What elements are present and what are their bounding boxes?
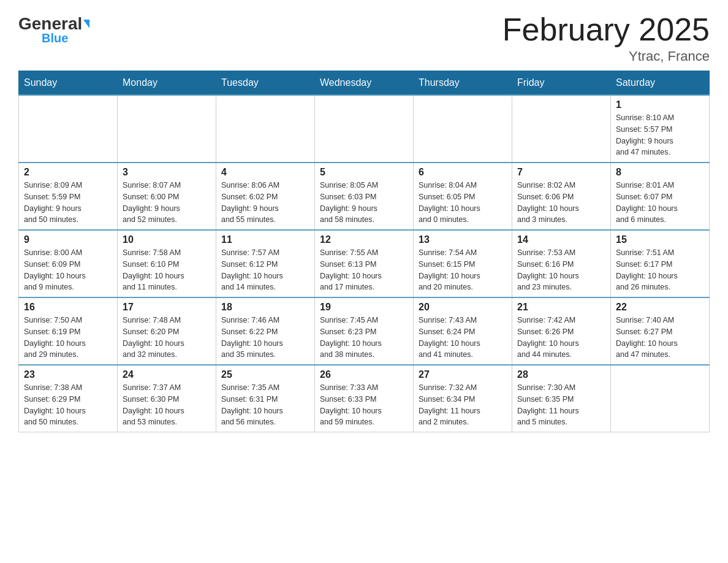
calendar-day-cell: 14Sunrise: 7:53 AMSunset: 6:16 PMDayligh… (512, 230, 611, 297)
day-number: 26 (320, 369, 408, 380)
day-of-week-header: Saturday (611, 71, 710, 96)
day-info: Sunrise: 8:10 AMSunset: 5:57 PMDaylight:… (616, 112, 704, 158)
day-info: Sunrise: 7:43 AMSunset: 6:24 PMDaylight:… (419, 315, 507, 361)
calendar-week-row: 1Sunrise: 8:10 AMSunset: 5:57 PMDaylight… (19, 95, 710, 163)
calendar-day-cell: 9Sunrise: 8:00 AMSunset: 6:09 PMDaylight… (19, 230, 118, 297)
day-of-week-header: Friday (512, 71, 611, 96)
day-number: 27 (419, 369, 507, 380)
day-info: Sunrise: 7:50 AMSunset: 6:19 PMDaylight:… (24, 315, 112, 361)
calendar-day-cell: 16Sunrise: 7:50 AMSunset: 6:19 PMDayligh… (19, 297, 118, 365)
day-number: 12 (320, 234, 408, 245)
month-title: February 2025 (502, 12, 710, 47)
day-number: 10 (123, 234, 211, 245)
day-info: Sunrise: 7:46 AMSunset: 6:22 PMDaylight:… (221, 315, 309, 361)
calendar-day-cell: 7Sunrise: 8:02 AMSunset: 6:06 PMDaylight… (512, 163, 611, 230)
day-number: 15 (616, 234, 704, 245)
day-number: 20 (419, 302, 507, 313)
day-number: 8 (616, 167, 704, 178)
days-of-week-row: SundayMondayTuesdayWednesdayThursdayFrid… (19, 71, 710, 96)
day-info: Sunrise: 7:37 AMSunset: 6:30 PMDaylight:… (123, 382, 211, 428)
calendar-day-cell: 4Sunrise: 8:06 AMSunset: 6:02 PMDaylight… (216, 163, 315, 230)
day-number: 28 (517, 369, 605, 380)
day-info: Sunrise: 7:51 AMSunset: 6:17 PMDaylight:… (616, 247, 704, 293)
calendar-day-cell: 15Sunrise: 7:51 AMSunset: 6:17 PMDayligh… (611, 230, 710, 297)
day-number: 22 (616, 302, 704, 313)
day-number: 21 (517, 302, 605, 313)
day-info: Sunrise: 8:01 AMSunset: 6:07 PMDaylight:… (616, 180, 704, 226)
calendar-day-cell: 8Sunrise: 8:01 AMSunset: 6:07 PMDaylight… (611, 163, 710, 230)
day-info: Sunrise: 8:05 AMSunset: 6:03 PMDaylight:… (320, 180, 408, 226)
calendar-day-cell: 13Sunrise: 7:54 AMSunset: 6:15 PMDayligh… (414, 230, 512, 297)
logo-general-text: General (18, 15, 89, 33)
calendar-week-row: 9Sunrise: 8:00 AMSunset: 6:09 PMDaylight… (19, 230, 710, 297)
day-info: Sunrise: 7:48 AMSunset: 6:20 PMDaylight:… (123, 315, 211, 361)
calendar-day-cell (414, 95, 512, 163)
calendar-day-cell (216, 95, 315, 163)
calendar-day-cell (315, 95, 414, 163)
day-number: 24 (123, 369, 211, 380)
day-of-week-header: Monday (118, 71, 216, 96)
day-info: Sunrise: 7:40 AMSunset: 6:27 PMDaylight:… (616, 315, 704, 361)
calendar-day-cell: 3Sunrise: 8:07 AMSunset: 6:00 PMDaylight… (118, 163, 216, 230)
day-of-week-header: Sunday (19, 71, 118, 96)
calendar-day-cell: 17Sunrise: 7:48 AMSunset: 6:20 PMDayligh… (118, 297, 216, 365)
day-info: Sunrise: 7:55 AMSunset: 6:13 PMDaylight:… (320, 247, 408, 293)
calendar-week-row: 23Sunrise: 7:38 AMSunset: 6:29 PMDayligh… (19, 365, 710, 432)
calendar-day-cell: 12Sunrise: 7:55 AMSunset: 6:13 PMDayligh… (315, 230, 414, 297)
calendar-week-row: 16Sunrise: 7:50 AMSunset: 6:19 PMDayligh… (19, 297, 710, 365)
day-of-week-header: Thursday (414, 71, 512, 96)
day-number: 13 (419, 234, 507, 245)
calendar-day-cell: 27Sunrise: 7:32 AMSunset: 6:34 PMDayligh… (414, 365, 512, 432)
day-info: Sunrise: 8:02 AMSunset: 6:06 PMDaylight:… (517, 180, 605, 226)
calendar-table: SundayMondayTuesdayWednesdayThursdayFrid… (18, 71, 710, 432)
calendar-day-cell: 10Sunrise: 7:58 AMSunset: 6:10 PMDayligh… (118, 230, 216, 297)
day-number: 7 (517, 167, 605, 178)
day-number: 25 (221, 369, 309, 380)
day-number: 17 (123, 302, 211, 313)
day-info: Sunrise: 7:54 AMSunset: 6:15 PMDaylight:… (419, 247, 507, 293)
day-info: Sunrise: 7:53 AMSunset: 6:16 PMDaylight:… (517, 247, 605, 293)
day-number: 19 (320, 302, 408, 313)
day-of-week-header: Tuesday (216, 71, 315, 96)
logo-blue-text: Blue (42, 31, 68, 45)
day-number: 6 (419, 167, 507, 178)
calendar-day-cell: 19Sunrise: 7:45 AMSunset: 6:23 PMDayligh… (315, 297, 414, 365)
calendar-day-cell (118, 95, 216, 163)
calendar-day-cell (512, 95, 611, 163)
calendar-week-row: 2Sunrise: 8:09 AMSunset: 5:59 PMDaylight… (19, 163, 710, 230)
calendar-day-cell: 6Sunrise: 8:04 AMSunset: 6:05 PMDaylight… (414, 163, 512, 230)
day-number: 5 (320, 167, 408, 178)
day-info: Sunrise: 7:35 AMSunset: 6:31 PMDaylight:… (221, 382, 309, 428)
day-number: 3 (123, 167, 211, 178)
title-section: February 2025 Ytrac, France (502, 12, 710, 64)
day-info: Sunrise: 7:57 AMSunset: 6:12 PMDaylight:… (221, 247, 309, 293)
calendar-day-cell (19, 95, 118, 163)
day-number: 16 (24, 302, 112, 313)
day-number: 23 (24, 369, 112, 380)
day-info: Sunrise: 7:42 AMSunset: 6:26 PMDaylight:… (517, 315, 605, 361)
calendar-body: 1Sunrise: 8:10 AMSunset: 5:57 PMDaylight… (19, 95, 710, 432)
day-number: 2 (24, 167, 112, 178)
calendar-day-cell: 20Sunrise: 7:43 AMSunset: 6:24 PMDayligh… (414, 297, 512, 365)
day-info: Sunrise: 7:33 AMSunset: 6:33 PMDaylight:… (320, 382, 408, 428)
day-info: Sunrise: 7:45 AMSunset: 6:23 PMDaylight:… (320, 315, 408, 361)
calendar-day-cell: 18Sunrise: 7:46 AMSunset: 6:22 PMDayligh… (216, 297, 315, 365)
day-info: Sunrise: 8:00 AMSunset: 6:09 PMDaylight:… (24, 247, 112, 293)
calendar-day-cell: 11Sunrise: 7:57 AMSunset: 6:12 PMDayligh… (216, 230, 315, 297)
calendar-day-cell (611, 365, 710, 432)
day-info: Sunrise: 7:58 AMSunset: 6:10 PMDaylight:… (123, 247, 211, 293)
calendar-day-cell: 5Sunrise: 8:05 AMSunset: 6:03 PMDaylight… (315, 163, 414, 230)
day-info: Sunrise: 7:38 AMSunset: 6:29 PMDaylight:… (24, 382, 112, 428)
page-header: General Blue February 2025 Ytrac, France (18, 12, 710, 64)
day-number: 18 (221, 302, 309, 313)
calendar-day-cell: 28Sunrise: 7:30 AMSunset: 6:35 PMDayligh… (512, 365, 611, 432)
day-info: Sunrise: 7:32 AMSunset: 6:34 PMDaylight:… (419, 382, 507, 428)
day-number: 11 (221, 234, 309, 245)
location-text: Ytrac, France (502, 48, 710, 64)
day-number: 9 (24, 234, 112, 245)
day-info: Sunrise: 8:09 AMSunset: 5:59 PMDaylight:… (24, 180, 112, 226)
calendar-header: SundayMondayTuesdayWednesdayThursdayFrid… (19, 71, 710, 96)
day-info: Sunrise: 8:06 AMSunset: 6:02 PMDaylight:… (221, 180, 309, 226)
logo-triangle-icon (83, 20, 89, 28)
calendar-day-cell: 26Sunrise: 7:33 AMSunset: 6:33 PMDayligh… (315, 365, 414, 432)
